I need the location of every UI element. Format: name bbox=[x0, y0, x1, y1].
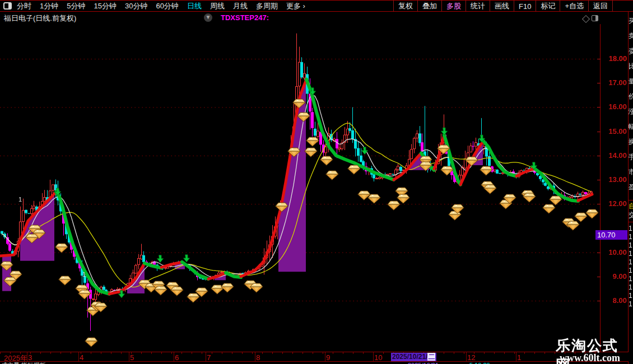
month-divider bbox=[174, 352, 174, 361]
month-divider bbox=[78, 352, 79, 361]
month-label-7: 7 bbox=[207, 353, 211, 362]
month-divider bbox=[206, 352, 206, 361]
month-label-4: 4 bbox=[80, 353, 83, 362]
tool-f10[interactable]: F10 bbox=[514, 1, 536, 11]
period-menu: 分时1分钟5分钟15分钟30分钟60分钟日线周线月线多周期更多 › bbox=[17, 1, 305, 11]
window-layout-icon[interactable] bbox=[3, 2, 12, 10]
period-daily[interactable]: 日线 bbox=[187, 1, 202, 11]
tool-zixuan[interactable]: +自选 bbox=[560, 1, 588, 11]
sliver-char: 盈 bbox=[629, 184, 633, 191]
price-label-18: 18.00 bbox=[608, 54, 627, 63]
period-multi[interactable]: 多周期 bbox=[256, 1, 278, 11]
month-label-3: 3 bbox=[28, 353, 32, 362]
period-more[interactable]: 更多 › bbox=[286, 1, 305, 11]
price-axis: 10.70 18.0017.0016.0015.0014.0013.0012.0… bbox=[601, 24, 628, 352]
sliver-char: 量 bbox=[629, 78, 633, 85]
price-label-8: 8.00 bbox=[613, 296, 627, 305]
sliver-char: 1 bbox=[629, 292, 633, 300]
month-divider bbox=[129, 352, 129, 361]
tool-huaxian[interactable]: 画线 bbox=[490, 1, 514, 11]
sliver-char: 1 bbox=[629, 234, 633, 241]
sliver-char: 1 bbox=[629, 242, 633, 249]
price-label-13: 13.00 bbox=[608, 175, 627, 184]
tool-fuquan[interactable]: 复权 bbox=[393, 1, 417, 11]
month-divider bbox=[325, 352, 325, 361]
month-divider bbox=[466, 352, 467, 361]
sliver-divider bbox=[629, 200, 633, 200]
sliver-char: 幅 bbox=[629, 123, 633, 130]
sliver-char: 1 bbox=[629, 301, 633, 308]
period-weekly[interactable]: 周线 bbox=[210, 1, 225, 11]
sliver-char: 比 bbox=[629, 63, 633, 70]
period-1min[interactable]: 1分钟 bbox=[40, 1, 58, 11]
price-tick bbox=[597, 83, 601, 83]
price-tick bbox=[597, 59, 601, 59]
price-tick bbox=[597, 156, 601, 156]
price-label-17: 17.00 bbox=[608, 78, 627, 87]
sliver-char: 1 bbox=[629, 267, 633, 274]
current-price-badge: 10.70 bbox=[595, 230, 627, 240]
sliver-char: 价 bbox=[629, 93, 633, 100]
sliver-char: 手 bbox=[629, 153, 633, 161]
weekly-ticks bbox=[0, 352, 600, 354]
quote-panel-sliver: 买卖委比量价涨幅换手市盈自交1111111111 bbox=[629, 12, 633, 364]
period-fenshi[interactable]: 分时 bbox=[17, 1, 31, 11]
month-divider bbox=[255, 352, 255, 361]
month-divider bbox=[516, 352, 516, 361]
price-tick bbox=[597, 253, 601, 253]
sliver-char: 市 bbox=[629, 169, 633, 176]
period-5min[interactable]: 5分钟 bbox=[67, 1, 85, 11]
indicator-label: TDXSTEP247: bbox=[221, 13, 269, 22]
month-label-12: 12 bbox=[467, 353, 475, 362]
price-label-16: 16.00 bbox=[608, 102, 627, 111]
price-label-9: 9.00 bbox=[613, 272, 627, 281]
stock-title: 福日电子(日线.前复权) bbox=[4, 13, 76, 24]
price-label-14: 14.00 bbox=[608, 151, 627, 160]
period-15min[interactable]: 15分钟 bbox=[94, 1, 116, 11]
price-tick bbox=[597, 132, 601, 132]
month-label-9: 9 bbox=[326, 353, 330, 362]
price-chart-canvas[interactable] bbox=[0, 24, 600, 352]
sliver-char: 自 bbox=[629, 203, 633, 210]
period-60min[interactable]: 60分钟 bbox=[156, 1, 178, 11]
period-30min[interactable]: 30分钟 bbox=[125, 1, 147, 11]
price-tick bbox=[597, 107, 601, 108]
crosshair-date-badge: 2025/10/21/二 bbox=[391, 353, 436, 361]
tool-diejia[interactable]: 叠加 bbox=[417, 1, 441, 11]
tools-menu: 复权叠加多股统计画线F10标记+自选返回 bbox=[393, 1, 613, 11]
price-label-10: 10.00 bbox=[608, 248, 627, 256]
period-monthly[interactable]: 月线 bbox=[233, 1, 248, 11]
chevron-down-icon[interactable]: ▼ bbox=[204, 13, 212, 22]
sliver-char: 买 bbox=[629, 17, 633, 25]
month-label-6: 6 bbox=[175, 353, 179, 362]
pane-layout-icon[interactable] bbox=[592, 15, 598, 21]
price-label-12: 12.00 bbox=[608, 199, 627, 208]
month-divider bbox=[27, 352, 27, 361]
sliver-char: 1 bbox=[629, 259, 633, 266]
sliver-char: 涨 bbox=[629, 108, 633, 115]
sliver-char: 卖 bbox=[629, 32, 633, 40]
sliver-char: 1 bbox=[629, 276, 633, 283]
sliver-char: 委 bbox=[629, 48, 633, 55]
sliver-char: 交 bbox=[629, 212, 633, 219]
month-divider bbox=[373, 352, 374, 361]
tool-tongji[interactable]: 统计 bbox=[466, 1, 490, 11]
sliver-char: 1 bbox=[629, 250, 633, 258]
month-label-10: 10 bbox=[374, 353, 382, 362]
top-menu-bar: 分时1分钟5分钟15分钟30分钟60分钟日线周线月线多周期更多 › 复权叠加多股… bbox=[0, 0, 633, 12]
price-tick bbox=[597, 277, 601, 277]
month-label-8: 8 bbox=[256, 353, 260, 362]
tool-duogu[interactable]: 多股 bbox=[441, 1, 466, 11]
tool-biaoji[interactable]: 标记 bbox=[536, 1, 560, 11]
tool-fanhui[interactable]: 返回 bbox=[588, 1, 613, 11]
title-row: 福日电子(日线.前复权) ▼ TDXSTEP247: bbox=[0, 12, 633, 24]
watermark-url: www.60lt.com bbox=[560, 352, 620, 364]
sliver-char: 1 bbox=[629, 225, 633, 232]
price-tick bbox=[597, 301, 601, 301]
sliver-divider bbox=[629, 222, 633, 222]
time-axis: 2025年 2025/10/21/二 345678910121 bbox=[0, 352, 629, 362]
price-tick bbox=[597, 180, 601, 180]
month-label-5: 5 bbox=[130, 353, 134, 362]
price-label-15: 15.00 bbox=[608, 127, 627, 136]
sliver-char: 1 bbox=[629, 284, 633, 291]
